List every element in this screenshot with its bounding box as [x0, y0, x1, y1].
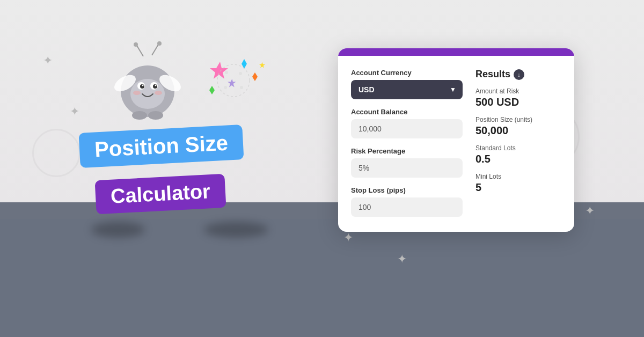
result-item-value: 5 — [475, 181, 561, 194]
sparkle-cluster — [204, 56, 274, 99]
result-item: Position Size (units) 50,000 — [475, 116, 561, 137]
svg-point-13 — [155, 85, 157, 86]
stoploss-input[interactable] — [351, 197, 463, 217]
balance-label: Account Balance — [351, 108, 463, 116]
svg-point-14 — [133, 91, 141, 95]
risk-input[interactable] — [351, 158, 463, 178]
svg-line-2 — [152, 45, 158, 55]
svg-marker-18 — [241, 59, 247, 69]
svg-point-23 — [225, 71, 228, 74]
svg-point-16 — [132, 111, 147, 120]
result-item-label: Standard Lots — [475, 144, 561, 152]
risk-label: Risk Percentage — [351, 147, 463, 155]
svg-point-12 — [142, 85, 144, 86]
ground — [0, 219, 644, 337]
svg-point-17 — [148, 111, 163, 120]
shadow-blob-1 — [91, 222, 145, 238]
result-item: Standard Lots 0.5 — [475, 144, 561, 165]
balance-input[interactable] — [351, 119, 463, 138]
svg-point-25 — [224, 86, 227, 89]
card-header — [338, 48, 574, 56]
svg-marker-19 — [209, 86, 215, 94]
result-item-label: Position Size (units) — [475, 116, 561, 123]
result-item-label: Amount at Risk — [475, 87, 561, 95]
star-deco-6: ✦ — [397, 252, 407, 266]
svg-point-1 — [134, 42, 138, 47]
results-column: Results ↓ Amount at Risk 500 USD Positio… — [475, 69, 561, 217]
result-item-value: 50,000 — [475, 124, 561, 137]
title-calculator: Calculator — [95, 174, 226, 215]
shadow-blob-2 — [204, 222, 268, 238]
stoploss-label: Stop Loss (pips) — [351, 186, 463, 194]
svg-point-26 — [240, 86, 243, 89]
svg-point-24 — [239, 72, 242, 75]
card-body: Account Currency USD EUR GBP JPY ▼ Accou… — [338, 56, 574, 232]
svg-point-15 — [155, 91, 162, 95]
balance-field-group: Account Balance — [351, 108, 463, 138]
stoploss-field-group: Stop Loss (pips) — [351, 186, 463, 217]
result-item-value: 500 USD — [475, 96, 561, 108]
results-header: Results ↓ — [475, 69, 561, 80]
svg-point-3 — [157, 41, 162, 46]
svg-marker-21 — [228, 79, 236, 87]
result-item: Mini Lots 5 — [475, 173, 561, 194]
svg-line-0 — [137, 46, 143, 56]
result-items-container: Amount at Risk 500 USD Position Size (un… — [475, 87, 561, 201]
currency-label: Account Currency — [351, 69, 463, 77]
svg-marker-20 — [252, 72, 258, 81]
results-title: Results — [475, 69, 510, 80]
form-column: Account Currency USD EUR GBP JPY ▼ Accou… — [351, 69, 463, 217]
risk-field-group: Risk Percentage — [351, 147, 463, 178]
star-deco-3: ✦ — [343, 231, 353, 245]
result-item: Amount at Risk 500 USD — [475, 87, 561, 108]
results-download-icon[interactable]: ↓ — [514, 69, 524, 80]
star-deco-2: ✦ — [70, 105, 79, 119]
spiral-left-icon — [32, 129, 80, 177]
star-deco-5: ✦ — [585, 204, 595, 218]
result-item-label: Mini Lots — [475, 173, 561, 180]
star-deco-1: ✦ — [43, 54, 53, 68]
currency-select[interactable]: USD EUR GBP JPY — [351, 80, 463, 99]
mascot — [105, 40, 191, 126]
result-item-value: 0.5 — [475, 153, 561, 165]
currency-select-wrapper: USD EUR GBP JPY ▼ — [351, 80, 463, 99]
currency-field-group: Account Currency USD EUR GBP JPY ▼ — [351, 69, 463, 99]
calculator-card: Account Currency USD EUR GBP JPY ▼ Accou… — [338, 48, 574, 232]
